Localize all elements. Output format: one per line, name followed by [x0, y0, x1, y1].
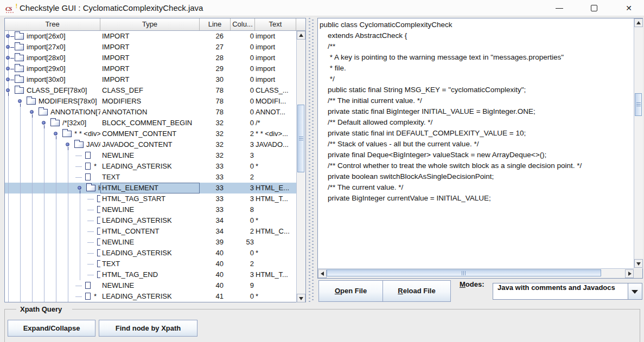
code-line: private boolean switchBlockAsSingleDecis… — [318, 171, 634, 182]
collapsed-handle-icon[interactable] — [6, 45, 10, 49]
split-pane-divider[interactable] — [306, 18, 317, 302]
code-horizontal-scrollbar[interactable] — [318, 268, 634, 278]
tree-table-row[interactable]: *LEADING_ASTERISK400* — [5, 248, 296, 259]
col-cell: 3 — [231, 139, 255, 150]
type-cell: NEWLINE — [100, 150, 200, 161]
tree-table-row[interactable]: MODIFIERS[78x0]MODIFIERS780MODIFI... — [5, 96, 296, 107]
tree-cell — [5, 237, 100, 248]
expanded-handle-icon[interactable] — [30, 110, 34, 114]
scrollbar-thumb[interactable] — [327, 269, 601, 276]
scroll-down-button[interactable] — [297, 294, 305, 302]
folder-icon — [74, 141, 84, 148]
type-cell: LEADING_ASTERISK — [100, 161, 200, 172]
text-cell: * — [255, 215, 296, 226]
expanded-handle-icon[interactable] — [66, 143, 69, 146]
line-cell: 34 — [200, 226, 231, 237]
tree-node-label: JAVADOC_CONTENT — [86, 139, 100, 150]
col-cell: 3 — [231, 269, 255, 280]
reload-file-button[interactable]: Reload File — [382, 280, 451, 302]
tree-table-row[interactable]: *LEADING_ASTERISK340* — [5, 215, 296, 226]
expand-collapse-button[interactable]: Expand/Collapse — [8, 320, 95, 337]
modes-combobox[interactable]: Java with comments and Javadocs — [493, 283, 642, 300]
scrollbar-thumb[interactable] — [635, 93, 642, 116]
tree-table-row[interactable]: HTML_CONTENTHTML_CONTENT342HTML_C... — [5, 226, 296, 237]
maximize-button[interactable] — [582, 0, 607, 16]
tree-table-row[interactable]: NEWLINE3953 — [5, 237, 296, 248]
expanded-handle-icon[interactable] — [42, 121, 46, 125]
expanded-handle-icon[interactable] — [54, 132, 58, 135]
tree-node-label: CLASS_DEF[78x0] — [27, 85, 87, 96]
column-header-text[interactable]: Text — [255, 18, 296, 30]
code-line: private static final int DEFAULT_COMPLEX… — [318, 128, 634, 139]
tree-table-row[interactable]: import[29x0]IMPORT290import — [5, 63, 296, 74]
tree-cell: /*[32x0] — [5, 118, 100, 128]
tree-table-row[interactable]: NEWLINE323 — [5, 150, 296, 161]
col-cell: 0 — [231, 31, 255, 42]
tree-table-row[interactable]: HTML_TAG_STARTHTML_TAG_START333HTML_T... — [5, 193, 296, 204]
scroll-right-button[interactable] — [625, 269, 634, 278]
tree-cell — [5, 280, 100, 291]
expanded-handle-icon[interactable] — [6, 88, 10, 92]
type-cell: IMPORT — [100, 63, 200, 74]
scroll-down-button[interactable] — [634, 259, 643, 268]
open-file-button[interactable]: Open File — [318, 280, 383, 302]
column-header-colu[interactable]: Colu... — [231, 18, 255, 30]
code-line: */ — [318, 74, 634, 85]
text-cell: /* — [255, 118, 296, 128]
tree-table-row[interactable]: CLASS_DEF[78x0]CLASS_DEF780CLASS_... — [5, 85, 296, 96]
tree-node-label: import[28x0] — [27, 53, 66, 63]
tree-cell: JAVADOC_CONTENT — [5, 139, 100, 150]
code-vertical-scrollbar[interactable] — [634, 18, 643, 268]
scrollbar-thumb[interactable] — [297, 105, 304, 172]
collapsed-handle-icon[interactable] — [6, 56, 10, 60]
type-cell: IMPORT — [100, 31, 200, 42]
tree-table-vertical-scrollbar[interactable] — [296, 31, 305, 302]
tree-cell: * — [5, 248, 100, 259]
tree-table-row[interactable]: HTML_TAG_ENDHTML_TAG_END403HTML_T... — [5, 269, 296, 280]
expanded-handle-icon[interactable] — [78, 186, 81, 190]
tree-table-row[interactable]: *LEADING_ASTERISK410* — [5, 291, 296, 302]
source-code-view[interactable]: public class CyclomaticComplexityCheck e… — [318, 18, 634, 268]
tree-table-row[interactable]: import[30x0]IMPORT300import — [5, 74, 296, 85]
tree-table-row[interactable]: import[28x0]IMPORT280import — [5, 53, 296, 63]
expanded-handle-icon[interactable] — [18, 99, 22, 103]
scroll-up-button[interactable] — [634, 18, 643, 27]
collapsed-handle-icon[interactable] — [6, 78, 10, 81]
tree-table-row[interactable]: JAVADOC_CONTENTJAVADOC_CONTENT323JAVADO.… — [5, 139, 296, 150]
find-node-by-xpath-button[interactable]: Find node by Xpath — [99, 320, 197, 337]
column-header-type[interactable]: Type — [100, 18, 200, 30]
code-line: * A key is pointing to the warning messa… — [318, 52, 634, 63]
tree-table-row[interactable]: import[27x0]IMPORT270import — [5, 42, 296, 53]
line-cell: 30 — [200, 74, 231, 85]
xpath-section-border — [4, 309, 16, 309]
col-cell: 0 — [231, 53, 255, 63]
tree-table-row[interactable]: NEWLINE409 — [5, 280, 296, 291]
minimize-button[interactable] — [547, 0, 572, 16]
close-button[interactable]: ✕ — [616, 0, 641, 16]
leaf-node-icon — [85, 152, 91, 159]
tree-table-row[interactable]: import[26x0]IMPORT260import — [5, 31, 296, 42]
collapsed-handle-icon[interactable] — [6, 34, 10, 38]
column-header-line[interactable]: Line — [200, 18, 231, 30]
type-cell: TEXT — [100, 259, 200, 269]
tree-table-row[interactable]: ANNOTATION[78x0]ANNOTATION780ANNOT... — [5, 107, 296, 118]
collapsed-handle-icon[interactable] — [6, 67, 10, 70]
tree-table-row[interactable]: *LEADING_ASTERISK330* — [5, 161, 296, 172]
modes-dropdown-button[interactable] — [628, 283, 642, 299]
code-line: /** The current value. */ — [318, 182, 634, 193]
text-cell: HTML_E... — [255, 183, 296, 193]
scroll-left-button[interactable] — [318, 269, 327, 278]
tree-table-row[interactable]: TEXT332 — [5, 172, 296, 183]
tree-table-row[interactable]: /*[32x0]BLOCK_COMMENT_BEGIN320/* — [5, 118, 296, 128]
tree-table-row[interactable]: NEWLINE338 — [5, 204, 296, 215]
xpath-section-title: Xpath Query — [18, 305, 63, 313]
code-line: private final Deque<BigInteger> valueSta… — [318, 150, 634, 160]
column-header-tree[interactable]: Tree — [5, 18, 100, 30]
tree-cell — [5, 172, 100, 183]
tree-table-row[interactable]: TEXT402 — [5, 259, 296, 269]
close-icon: ✕ — [616, 0, 641, 16]
scroll-up-button[interactable] — [297, 31, 305, 40]
tree-table-row[interactable]: * * <div>COMMENT_CONTENT322* * <div>... — [5, 128, 296, 139]
type-cell: NEWLINE — [100, 204, 200, 215]
tree-table-row[interactable]: HTML_ELEMENTHTML_ELEMENT333HTML_E... — [5, 183, 296, 193]
